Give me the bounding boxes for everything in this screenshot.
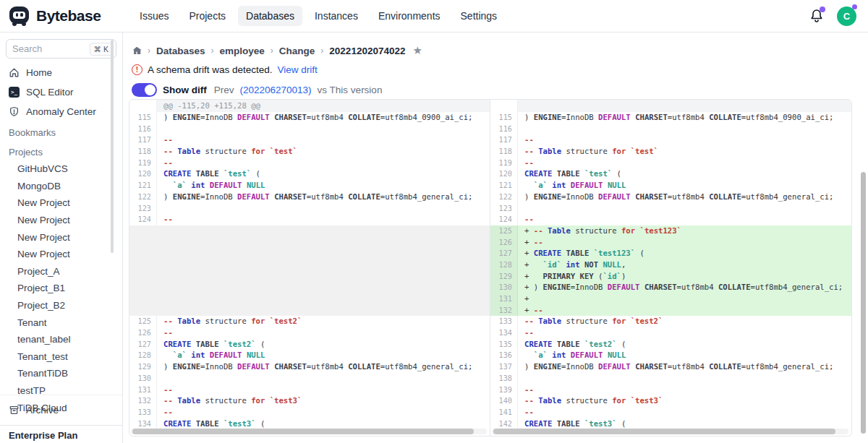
diff-row: 117-- (490, 134, 851, 146)
nav-menu: IssuesProjectsDatabasesInstancesEnvironm… (132, 6, 505, 26)
diff-row: 124-- (129, 214, 490, 225)
sidebar-item-anomaly-center[interactable]: Anomaly Center (0, 102, 122, 121)
sidebar-item-label: Anomaly Center (26, 106, 96, 117)
diff-hunk-header: @@ -115,20 +115,28 @@ (129, 100, 490, 112)
diff-viewer: @@ -115,20 +115,28 @@115) ENGINE=InnoDB … (129, 99, 852, 436)
user-avatar[interactable]: C (837, 7, 856, 26)
bookmarks-section-label: Bookmarks (0, 121, 122, 141)
nav-item-environments[interactable]: Environments (370, 6, 448, 26)
alert-exclamation-icon: ! (132, 64, 142, 75)
breadcrumb: › Databases › employee › Change › 202212… (123, 33, 868, 57)
diff-filler-row (129, 305, 490, 317)
diff-row: 134CREATE TABLE `test3` ( (129, 418, 490, 430)
nav-item-instances[interactable]: Instances (307, 6, 366, 26)
search-box[interactable]: ⌘ K (6, 39, 116, 59)
sidebar: ⌘ K Home >_ SQL Editor Anomaly Center Bo… (0, 33, 123, 443)
bytebase-logo[interactable]: Bytebase (0, 5, 123, 27)
sidebar-item-home[interactable]: Home (0, 63, 122, 82)
diff-filler-row (129, 282, 490, 293)
project-item[interactable]: Project_B1 (0, 280, 122, 297)
project-item[interactable]: New Project (0, 194, 122, 212)
sidebar-item-label: SQL Editor (26, 87, 74, 98)
project-item[interactable]: Tenant (0, 314, 122, 331)
sidebar-item-sql-editor[interactable]: >_ SQL Editor (0, 82, 122, 102)
project-item[interactable]: Project_B2 (0, 297, 122, 314)
breadcrumb-separator: › (271, 46, 273, 56)
breadcrumb-databases[interactable]: Databases (156, 46, 205, 56)
sidebar-item-label: Home (26, 67, 52, 78)
breadcrumb-version: 20221202074022 (329, 46, 405, 56)
project-item[interactable]: tenant_label (0, 331, 122, 348)
nav-item-databases[interactable]: Databases (238, 6, 302, 26)
diff-row: 140-- Table structure for `test3` (490, 395, 851, 407)
diff-row: 130+ ) ENGINE=InnoDB DEFAULT CHARSET=utf… (490, 282, 851, 293)
project-item[interactable]: Tenant_test (0, 348, 122, 366)
archive-icon (9, 405, 20, 416)
diff-row: 139-- (490, 384, 851, 396)
brand-name: Bytebase (36, 7, 101, 25)
home-icon (9, 67, 20, 78)
diff-row: 135CREATE TABLE `test2` ( (490, 339, 851, 350)
nav-item-projects[interactable]: Projects (181, 6, 234, 26)
projects-section-label: Projects (0, 141, 122, 160)
diff-row: 129) ENGINE=InnoDB DEFAULT CHARSET=utf8m… (129, 361, 490, 373)
main-content: › Databases › employee › Change › 202212… (123, 33, 868, 443)
horizontal-scrollbar-right[interactable] (493, 429, 835, 434)
diff-row: 123 (490, 203, 851, 215)
breadcrumb-change[interactable]: Change (279, 46, 315, 56)
prev-version-link[interactable]: (202206270013) (240, 85, 312, 95)
project-item[interactable]: TenantTiDB (0, 365, 122, 382)
diff-row: 128+ `id` int NOT NULL, (490, 259, 851, 271)
horizontal-scrollbar-left[interactable] (132, 429, 474, 434)
notification-badge (820, 7, 825, 12)
diff-row: 118-- Table structure for `test` (490, 146, 851, 158)
project-item[interactable]: GitHubVCS (0, 160, 122, 178)
sidebar-scrollbar[interactable] (111, 40, 114, 253)
diff-row: 133-- (129, 407, 490, 418)
project-item[interactable]: Project_A (0, 263, 122, 280)
search-shortcut-badge: ⌘ K (90, 43, 113, 56)
diff-row: 130 (129, 373, 490, 384)
notification-bell-icon[interactable] (809, 8, 824, 24)
diff-row: 125-- Table structure for `test2` (129, 316, 490, 327)
diff-row: 129+ PRIMARY KEY (`id`) (490, 271, 851, 283)
project-item[interactable]: New Project (0, 246, 122, 263)
breadcrumb-separator: › (320, 46, 323, 56)
show-diff-toggle[interactable] (132, 83, 157, 97)
diff-row: 116 (490, 124, 851, 135)
nav-item-settings[interactable]: Settings (453, 6, 506, 26)
plan-badge: Enterprise Plan (0, 425, 122, 443)
prev-label: Prev (214, 85, 234, 95)
diff-row: 142CREATE TABLE `test3` ( (490, 418, 851, 430)
diff-row: 119-- (129, 158, 490, 169)
diff-filler-row (129, 293, 490, 305)
diff-row: 127+ CREATE TABLE `test123` ( (490, 248, 851, 259)
nav-item-issues[interactable]: Issues (132, 6, 176, 26)
horizontal-scrollbar-track (492, 429, 848, 434)
search-input[interactable] (12, 43, 79, 54)
horizontal-scrollbar-track (131, 429, 487, 434)
project-item[interactable]: New Project (0, 212, 122, 229)
diff-row: 120CREATE TABLE `test` ( (129, 168, 490, 180)
page-scrollbar[interactable] (861, 172, 866, 434)
view-drift-link[interactable]: View drift (278, 64, 318, 75)
diff-row: 115) ENGINE=InnoDB DEFAULT CHARSET=utf8m… (490, 112, 851, 124)
diff-filler-row (129, 237, 490, 249)
project-item[interactable]: MongoDB (0, 178, 122, 195)
diff-row: 124-- (490, 214, 851, 225)
home-breadcrumb-icon[interactable] (132, 46, 142, 56)
diff-row: 131+ (490, 293, 851, 305)
diff-row: 131-- (129, 384, 490, 396)
diff-pane-right: 115) ENGINE=InnoDB DEFAULT CHARSET=utf8m… (490, 100, 851, 436)
project-item[interactable]: New Project (0, 228, 122, 246)
bookmark-star-icon[interactable]: ★ (412, 44, 422, 57)
diff-filler-row (129, 271, 490, 283)
diff-pane-left: @@ -115,20 +115,28 @@115) ENGINE=InnoDB … (129, 100, 490, 436)
diff-row: 126-- (129, 327, 490, 339)
breadcrumb-employee[interactable]: employee (220, 46, 265, 56)
diff-row: 136 `a` int DEFAULT NULL (490, 350, 851, 361)
diff-row: 122) ENGINE=InnoDB DEFAULT CHARSET=utf8m… (129, 192, 490, 203)
top-navigation: Bytebase IssuesProjectsDatabasesInstance… (0, 0, 868, 33)
bytebase-logo-icon (9, 5, 30, 27)
sidebar-item-archive[interactable]: Archive (0, 400, 122, 420)
